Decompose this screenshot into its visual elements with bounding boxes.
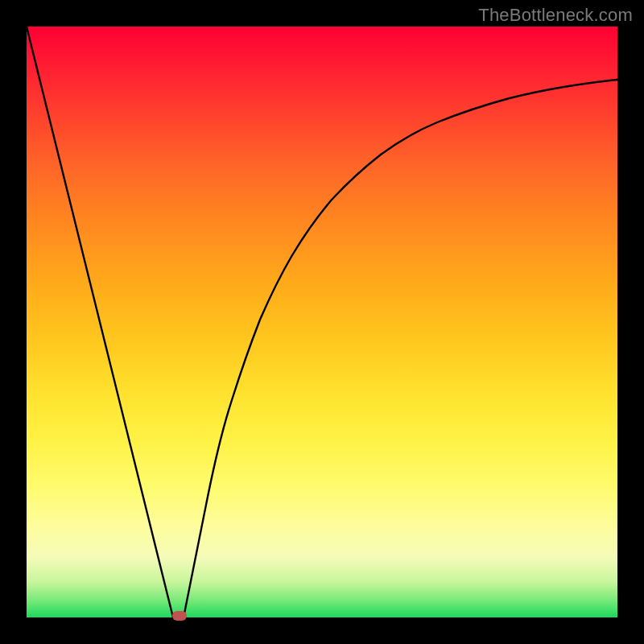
chart-frame: TheBottleneck.com: [0, 0, 644, 644]
curve-left-segment: [27, 27, 173, 617]
chart-curve: [27, 27, 617, 617]
watermark-text: TheBottleneck.com: [478, 5, 633, 26]
optimum-marker: [172, 611, 187, 621]
plot-area: [27, 27, 617, 617]
curve-right-segment: [184, 80, 617, 617]
